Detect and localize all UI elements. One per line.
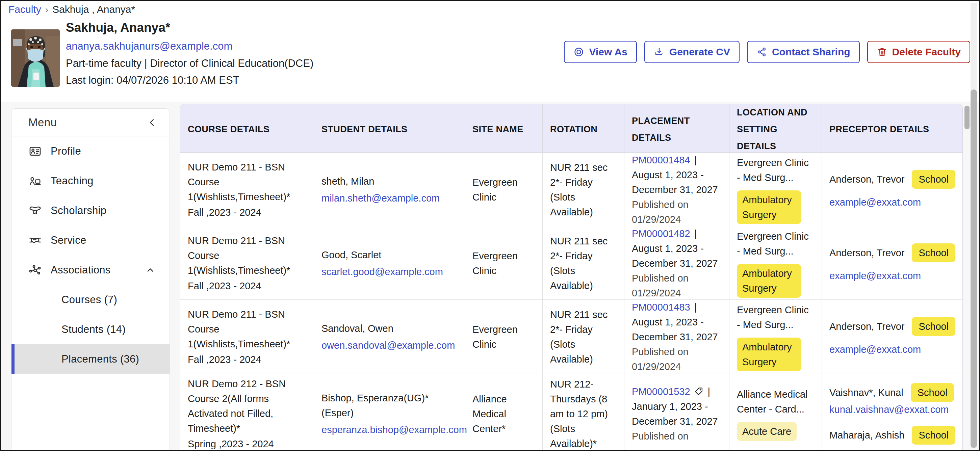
column-header-placement-details: PLACEMENT DETAILS xyxy=(624,104,729,155)
profile-email-link[interactable]: ananya.sakhujanurs@example.com xyxy=(66,40,313,52)
table-vertical-scrollbar[interactable] xyxy=(964,106,969,129)
student-email-link[interactable]: scarlet.good@example.com xyxy=(321,264,457,279)
sidebar-header: Menu xyxy=(11,109,170,137)
student-cell: Sandoval, Owen owen.sandoval@example.com xyxy=(314,300,465,374)
profile-card-icon xyxy=(29,145,44,158)
rotation-text: NUR 211 sec 2*- Friday (Slots Available) xyxy=(550,307,617,367)
column-header-site-name: SITE NAME xyxy=(465,104,542,155)
course-cell: NUR Demo 211 - BSN Course 1(Wishlists,Ti… xyxy=(180,226,314,300)
placement-separator: | xyxy=(708,384,711,399)
preceptor-cell: Vaishnav*, KunalSchool kunal.vaishnav@ex… xyxy=(822,373,963,451)
course-title: NUR Demo 212 - BSN Course 2(All forms Ac… xyxy=(188,376,306,436)
course-term: Fall ,2023 - 2024 xyxy=(188,352,306,367)
preceptor-name: Anderson, Trevor xyxy=(829,319,904,334)
sidebar-item-profile[interactable]: Profile xyxy=(11,137,170,166)
preceptor-email-link[interactable]: example@exxat.com xyxy=(829,195,956,210)
rotation-cell: NUR 211 sec 2*- Friday (Slots Available) xyxy=(542,152,624,227)
placement-published: Published on 01/29/2024 xyxy=(632,197,722,227)
breadcrumb-faculty-link[interactable]: Faculty xyxy=(8,4,41,15)
profile-summary: Sakhuja, Ananya* ananya.sakhujanurs@exam… xyxy=(66,21,313,86)
student-cell: Bishop, Esperanza(UG)* (Esper) esperanza… xyxy=(314,373,465,451)
placement-cell: PM00001483| August 1, 2023 - December 31… xyxy=(624,300,729,374)
placement-id-link[interactable]: PM00001482 xyxy=(632,226,690,241)
column-header-preceptor-details: PRECEPTOR DETAILS xyxy=(822,104,963,155)
site-name: Alliance Medical Center* xyxy=(473,392,535,436)
location-name: Evergreen Clinic - Med Surg... xyxy=(737,155,814,185)
sidebar-item-scholarship[interactable]: Scholarship xyxy=(11,196,170,226)
location-name: Evergreen Clinic - Med Surg... xyxy=(737,302,814,332)
faculty-detail-page: Faculty›Sakhuja , Ananya* Sakhuja, Anany… xyxy=(0,0,980,451)
sidebar-item-associations[interactable]: Associations xyxy=(11,255,170,285)
student-email-link[interactable]: owen.sandoval@example.com xyxy=(321,338,457,353)
student-cell: sheth, Milan milan.sheth@example.com xyxy=(314,152,465,227)
course-cell: NUR Demo 211 - BSN Course 1(Wishlists,Ti… xyxy=(180,300,314,374)
sidebar-item-teaching[interactable]: Teaching xyxy=(11,166,170,196)
preceptor-badge: School xyxy=(912,170,955,189)
placement-dates: August 1, 2023 - December 31, 2027 xyxy=(632,314,722,344)
location-cell: Alliance Medical Center - Card... Acute … xyxy=(729,373,822,451)
placement-separator: | xyxy=(694,226,697,241)
sidebar-item-label: Service xyxy=(51,234,86,246)
rotation-text: NUR 212-Thursdays (8 am to 12 pm) (Slots… xyxy=(550,377,617,451)
location-cell: Evergreen Clinic - Med Surg... Ambulator… xyxy=(729,152,822,227)
column-header-course-details: COURSE DETAILS xyxy=(180,104,314,155)
breadcrumb-separator: › xyxy=(45,5,48,15)
student-email-link[interactable]: milan.sheth@example.com xyxy=(321,191,457,206)
table-header-row: COURSE DETAILS STUDENT DETAILS SITE NAME… xyxy=(180,104,963,152)
preceptor-badge: School xyxy=(912,426,955,445)
column-header-student-details: STUDENT DETAILS xyxy=(314,104,465,155)
sidebar-subitem-courses[interactable]: Courses (7) xyxy=(11,285,170,314)
column-header-location-setting: LOCATION AND SETTING DETAILS xyxy=(729,104,822,155)
preceptor-badge: School xyxy=(912,317,955,336)
generate-cv-button[interactable]: Generate CV xyxy=(644,41,740,63)
preceptor-entry: Maharaja, AshishSchool xyxy=(829,426,956,445)
service-handshake-icon xyxy=(29,233,44,247)
rotation-cell: NUR 212-Thursdays (8 am to 12 pm) (Slots… xyxy=(542,373,624,451)
preceptor-entry: Vaishnav*, KunalSchool kunal.vaishnav@ex… xyxy=(829,383,956,417)
contact-sharing-button[interactable]: Contact Sharing xyxy=(747,41,860,63)
placement-cell: PM00001484| August 1, 2023 - December 31… xyxy=(624,152,729,227)
rotation-cell: NUR 211 sec 2*- Friday (Slots Available) xyxy=(542,226,624,300)
student-name: Good, Scarlet xyxy=(321,248,457,262)
table-row: NUR Demo 211 - BSN Course 1(Wishlists,Ti… xyxy=(180,300,963,373)
student-name: Bishop, Esperanza(UG)* (Esper) xyxy=(321,391,457,420)
student-email-link[interactable]: esperanza.bishop@example.com xyxy=(321,422,457,437)
chevron-up-icon[interactable] xyxy=(145,264,156,276)
preceptor-name: Maharaja, Ashish xyxy=(829,428,904,443)
page-scrollbar-thumb[interactable] xyxy=(970,89,977,448)
course-title: NUR Demo 211 - BSN Course 1(Wishlists,Ti… xyxy=(188,307,306,351)
setting-tag: Ambulatory Surgery xyxy=(737,338,801,371)
placement-id-link[interactable]: PM00001483 xyxy=(632,300,690,314)
sidebar-item-label: Scholarship xyxy=(51,205,107,217)
placement-published: Published on 01/29/2024 xyxy=(632,344,722,374)
location-name: Evergreen Clinic - Med Surg... xyxy=(737,229,814,259)
course-cell: NUR Demo 212 - BSN Course 2(All forms Ac… xyxy=(180,373,314,451)
view-as-label: View As xyxy=(589,46,627,58)
delete-faculty-button[interactable]: Delete Faculty xyxy=(867,41,970,63)
teaching-icon xyxy=(29,174,44,188)
site-cell: Alliance Medical Center* xyxy=(465,373,542,451)
collapse-sidebar-icon[interactable] xyxy=(146,117,158,128)
preceptor-badge: School xyxy=(912,243,955,262)
preceptor-email-link[interactable]: example@exxat.com xyxy=(829,268,956,283)
setting-tag: Acute Care xyxy=(737,422,797,441)
preceptor-email-link[interactable]: kunal.vaishnav@exxat.com xyxy=(829,404,948,415)
share-icon xyxy=(756,47,767,57)
view-as-button[interactable]: View As xyxy=(564,41,636,63)
placement-id-link[interactable]: PM00001532 xyxy=(632,384,690,399)
placement-id-link[interactable]: PM00001484 xyxy=(632,152,690,167)
tag-icon xyxy=(694,386,704,397)
site-cell: Evergreen Clinic xyxy=(465,300,542,374)
sidebar-subitem-placements[interactable]: Placements (36) xyxy=(11,344,170,374)
setting-tag: Ambulatory Surgery xyxy=(737,191,801,224)
sidebar-subitem-students[interactable]: Students (14) xyxy=(11,314,170,344)
preceptor-email-link[interactable]: example@exxat.com xyxy=(829,342,956,357)
preceptor-name: Anderson, Trevor xyxy=(829,245,904,260)
breadcrumb-current: Sakhuja , Ananya* xyxy=(52,4,135,15)
scholarship-icon xyxy=(29,204,44,218)
location-name: Alliance Medical Center - Card... xyxy=(737,387,814,416)
placement-dates: August 1, 2023 - December 31, 2027 xyxy=(632,167,722,197)
sidebar-item-service[interactable]: Service xyxy=(11,226,170,255)
sidebar-item-label: Profile xyxy=(51,145,81,157)
site-name: Evergreen Clinic xyxy=(473,322,535,352)
